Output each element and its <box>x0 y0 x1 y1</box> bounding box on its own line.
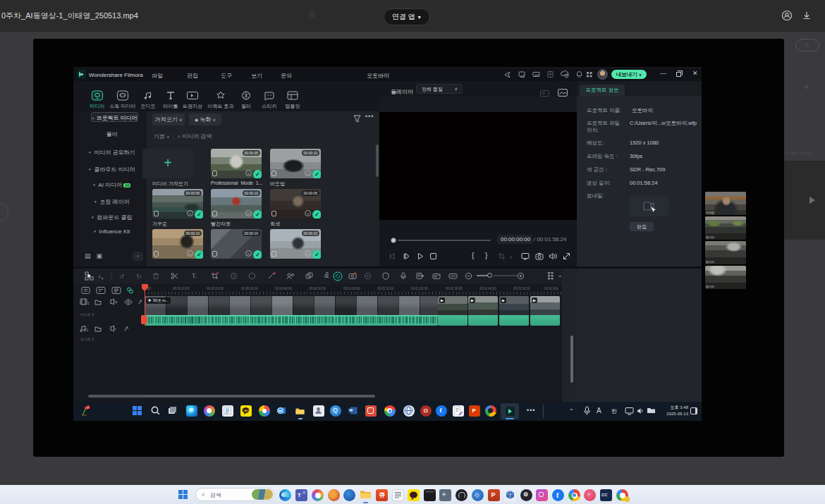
svg-text:TALK: TALK <box>243 409 250 412</box>
svg-text:1: 1 <box>87 328 89 332</box>
svg-text:1: 1 <box>87 301 90 305</box>
svg-text:W: W <box>349 408 353 412</box>
